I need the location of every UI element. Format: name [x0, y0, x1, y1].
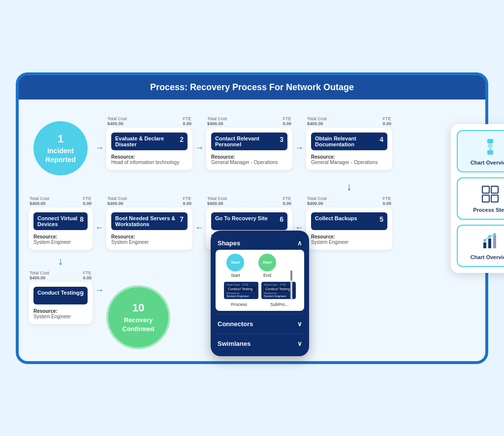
step-8-card[interactable]: Connect Virtual Devices 8 Resource: Syst… — [29, 207, 93, 250]
svg-point-15 — [493, 233, 496, 236]
step-7-resource-label: Resource: — [111, 234, 188, 239]
connectors-section[interactable]: Connectors ∨ — [216, 316, 304, 332]
step-6-title: Go To Recovery Site — [215, 215, 268, 221]
step-3-wrapper: Total Cost$400.00 FTE0.00 Contact Releva… — [206, 116, 292, 170]
arrow-2-3: → — [192, 133, 206, 153]
step-3-meta: Total Cost$400.00 FTE0.00 — [206, 116, 292, 126]
page-title: Process: Recovery Process For Network Ou… — [29, 82, 475, 93]
step-4-meta: Total Cost$400.00 FTE0.00 — [306, 116, 392, 126]
step-3-fte-label: FTE0.00 — [283, 116, 291, 126]
right-panel-chart-overview-1[interactable]: Chart Overview — [457, 130, 504, 172]
arrow-5-6: ← — [292, 213, 306, 233]
step-5-card[interactable]: Collect Backups 5 Resource: System Engin… — [306, 207, 392, 250]
subprocess-tab[interactable]: SubPro... — [270, 302, 289, 307]
step-5-meta: Total Cost$400.00 FTE0.00 — [306, 196, 392, 206]
arrow-7-8: ← — [93, 213, 106, 233]
step-4-number: 4 — [379, 135, 383, 143]
right-panel-chart-overview-2[interactable]: Chart Overview — [457, 225, 504, 267]
shapes-chevron-up: ∧ — [297, 239, 302, 247]
step-2-resource-value: Head of information technology — [111, 160, 188, 165]
step-4-header: Obtain Relevant Documentation 4 — [311, 133, 387, 150]
step-4-resource-value: General Manager - Operations — [311, 160, 387, 165]
svg-rect-10 — [483, 242, 486, 248]
process-tab[interactable]: Process — [231, 302, 247, 307]
step-9-cost-label: Total Cost$400.00 — [30, 270, 49, 280]
step-9-fte-label: FTE0.00 — [83, 270, 92, 280]
title-bar: Process: Recovery Process For Network Ou… — [19, 75, 485, 100]
step-4-wrapper: Total Cost$400.00 FTE0.00 Obtain Relevan… — [306, 116, 392, 170]
svg-rect-6 — [482, 186, 489, 193]
right-panel-process-step[interactable]: Process Step — [457, 177, 504, 220]
mobile-panel: Shapes ∧ Start Start Start End — [211, 231, 309, 356]
step-7-number: 7 — [180, 215, 184, 223]
process-row-1: 1 IncidentReported → Total Cost$400.00 F… — [29, 111, 475, 175]
step-8-title: Connect Virtual Devices — [37, 215, 80, 227]
step-7-title: Boot Needed Servers & Workstations — [115, 215, 180, 227]
step-10-number: 10 — [132, 301, 144, 316]
step-2-cost-label: Total Cost$400.00 — [107, 116, 127, 126]
step-7-meta: Total Cost$400.00 FTE0.00 — [106, 196, 192, 206]
step-5-resource-value: System Engineer — [311, 239, 387, 245]
step-8-cost-label: Total Cost$400.00 — [30, 196, 49, 206]
swimlanes-label: Swimlanes — [218, 340, 251, 347]
step-1-number: 1 — [58, 132, 63, 146]
step-2-wrapper: Total Cost$400.00 FTE0.00 Evaluate & Dec… — [106, 116, 192, 170]
step-8-meta: Total Cost$400.00 FTE0.00 — [29, 196, 93, 206]
step-2-header: Evaluate & Declare Disaster 2 — [111, 133, 188, 150]
end-shape-label: End — [263, 273, 271, 278]
step-3-title: Contact Relevant Personnel — [215, 135, 280, 147]
divider-1 — [216, 314, 304, 314]
step-2-meta: Total Cost$400.00 FTE0.00 — [106, 116, 192, 126]
end-shape-circle: Start — [258, 254, 276, 271]
step-7-resource-value: System Engineer — [111, 239, 188, 245]
step-8-number: 8 — [80, 215, 84, 223]
step-1-circle[interactable]: 1 IncidentReported — [33, 121, 88, 175]
step-3-number: 3 — [280, 135, 284, 143]
step-7-wrapper: Total Cost$400.00 FTE0.00 Boot Needed Se… — [106, 196, 192, 250]
step-3-resource-value: General Manager - Operations — [211, 160, 287, 165]
step-4-title: Obtain Relevant Documentation — [315, 135, 379, 147]
svg-rect-9 — [491, 195, 498, 202]
flowchart-icon — [480, 137, 500, 157]
start-shape-item[interactable]: Start Start — [226, 254, 244, 278]
step-6-fte-label: FTE0.00 — [283, 196, 291, 206]
step-8-fte-label: FTE0.00 — [83, 196, 92, 206]
svg-point-2 — [488, 143, 493, 148]
arrow-3-4: → — [292, 133, 306, 153]
shapes-row: Start Start Start End — [220, 254, 300, 278]
step-1-wrapper: 1 IncidentReported — [29, 111, 93, 175]
connectors-chevron: ∨ — [297, 320, 302, 328]
arrow-1-2: → — [93, 133, 106, 153]
shapes-tabs[interactable]: Process SubPro... — [220, 302, 300, 307]
step-10-circle[interactable]: 10 RecoveryConfirmed — [106, 285, 170, 349]
svg-rect-1 — [487, 150, 493, 155]
svg-rect-0 — [487, 139, 493, 143]
swimlanes-section[interactable]: Swimlanes ∨ — [216, 336, 304, 351]
step-7-card[interactable]: Boot Needed Servers & Workstations 7 Res… — [106, 207, 192, 250]
grid-icon — [480, 184, 500, 204]
step-6-number: 6 — [280, 215, 284, 223]
step-2-card[interactable]: Evaluate & Declare Disaster 2 Resource: … — [106, 128, 192, 170]
step-3-resource-label: Resource: — [211, 154, 287, 160]
end-shape-item[interactable]: Start End — [258, 254, 276, 278]
step-1-label: IncidentReported — [45, 146, 75, 164]
step-6-header: Go To Recovery Site 6 — [211, 212, 287, 230]
step-5-resource-label: Resource: — [311, 234, 387, 239]
step-4-fte-label: FTE0.00 — [382, 116, 391, 126]
step-2-resource-label: Resource: — [111, 154, 188, 160]
step-3-card[interactable]: Contact Relevant Personnel 3 Resource: G… — [206, 128, 292, 170]
shapes-section-header[interactable]: Shapes ∧ — [216, 236, 304, 250]
step-9-card[interactable]: Conduct Testing 9 Resource: System Engin… — [29, 282, 93, 324]
step-6-meta: Total Cost$400.00 FTE0.00 — [206, 196, 292, 206]
step-6-cost-label: Total Cost$400.00 — [207, 196, 227, 206]
step-4-cost-label: Total Cost$400.00 — [307, 116, 327, 126]
step-2-number: 2 — [180, 135, 184, 143]
step-3-cost-label: Total Cost$400.00 — [207, 116, 227, 126]
mini-card-1: Total Cost FTE Conduct Testing Resource:… — [224, 282, 258, 299]
step-4-resource-label: Resource: — [311, 154, 387, 160]
right-panel-process-step-label: Process Step — [473, 207, 504, 213]
end-shape-label-inner: Start — [263, 260, 272, 265]
step-4-card[interactable]: Obtain Relevant Documentation 4 Resource… — [306, 128, 392, 170]
step-9-number: 9 — [80, 290, 84, 298]
step-2-title: Evaluate & Declare Disaster — [115, 135, 180, 147]
